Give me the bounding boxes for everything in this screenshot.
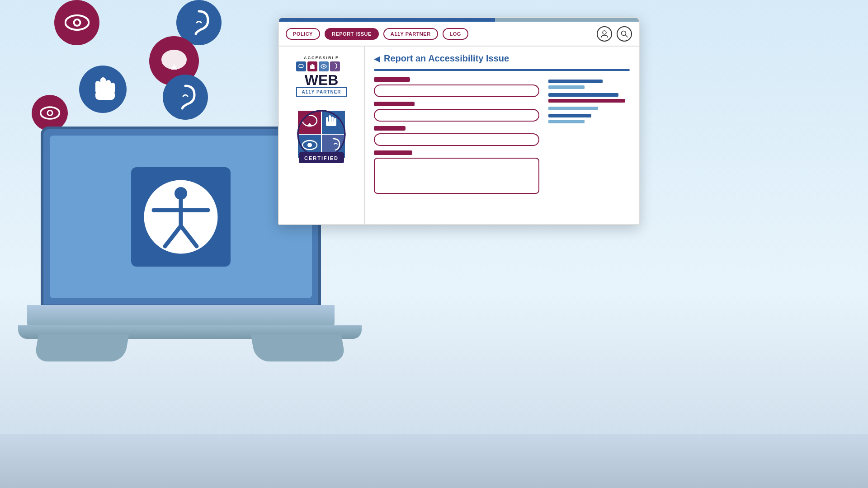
form-label-3 bbox=[374, 126, 406, 131]
laptop-base bbox=[27, 305, 335, 328]
laptop-foot-right bbox=[251, 334, 346, 361]
log-button[interactable]: LOG bbox=[443, 28, 468, 40]
form-label-4 bbox=[374, 150, 412, 155]
svg-point-46 bbox=[307, 143, 312, 147]
eye-icon-small bbox=[32, 95, 68, 131]
laptop-foot-left bbox=[34, 334, 129, 361]
bar-4 bbox=[548, 99, 625, 103]
nav-icons bbox=[597, 26, 632, 42]
browser-content: ACCESSIBLE bbox=[279, 47, 639, 224]
aw-icons-row bbox=[296, 61, 346, 71]
ear-icon-2 bbox=[163, 75, 208, 120]
main-form-content: ◀ Report an Accessibility Issue bbox=[365, 47, 639, 224]
svg-point-19 bbox=[603, 31, 606, 34]
svg-rect-9 bbox=[95, 91, 115, 100]
svg-point-29 bbox=[323, 66, 325, 67]
sidebar: ACCESSIBLE bbox=[279, 47, 365, 224]
policy-button[interactable]: POLICY bbox=[286, 28, 320, 40]
svg-point-2 bbox=[75, 20, 79, 25]
form-label-2 bbox=[374, 102, 415, 106]
browser-nav: POLICY REPORT ISSUE A11Y PARTNER LOG bbox=[279, 22, 639, 47]
svg-rect-5 bbox=[100, 77, 106, 93]
a11y-partner-button[interactable]: A11Y PARTNER bbox=[383, 28, 438, 40]
form-textarea[interactable] bbox=[374, 158, 539, 194]
aw-icon-eye bbox=[319, 61, 329, 71]
form-input-1[interactable] bbox=[374, 84, 539, 97]
svg-line-21 bbox=[626, 35, 628, 37]
back-button[interactable]: ◀ bbox=[374, 54, 380, 64]
web-title: WEB bbox=[296, 73, 346, 87]
bar-7 bbox=[548, 120, 585, 123]
bar-5 bbox=[548, 107, 598, 110]
user-icon[interactable] bbox=[597, 26, 612, 42]
eye-icon-top bbox=[54, 0, 99, 45]
laptop-accessibility-logo bbox=[131, 167, 231, 267]
svg-text:CERTIFIED: CERTIFIED bbox=[304, 155, 339, 161]
svg-point-12 bbox=[48, 111, 52, 115]
accessible-text: ACCESSIBLE bbox=[296, 56, 346, 60]
bar-1 bbox=[548, 80, 603, 83]
section-divider bbox=[374, 69, 630, 71]
aw-icon-ear bbox=[330, 61, 340, 71]
form-section bbox=[374, 77, 630, 194]
certified-badge: CERTIFIED bbox=[292, 108, 351, 167]
browser-top-bar bbox=[279, 18, 639, 22]
aw-icon-hand bbox=[307, 61, 317, 71]
svg-rect-27 bbox=[310, 67, 315, 69]
table-surface bbox=[0, 434, 868, 488]
bar-3 bbox=[548, 93, 618, 97]
page-title: Report an Accessibility Issue bbox=[384, 53, 509, 64]
form-label-1 bbox=[374, 77, 410, 82]
form-input-2[interactable] bbox=[374, 109, 539, 122]
bar-6 bbox=[548, 114, 591, 117]
page-title-row: ◀ Report an Accessibility Issue bbox=[374, 53, 630, 64]
svg-marker-23 bbox=[300, 67, 302, 68]
svg-rect-44 bbox=[326, 122, 336, 126]
bar-2 bbox=[548, 85, 585, 89]
hand-icon bbox=[79, 66, 127, 113]
report-issue-button[interactable]: REPORT ISSUE bbox=[325, 28, 379, 40]
search-icon[interactable] bbox=[617, 26, 632, 42]
browser-window: POLICY REPORT ISSUE A11Y PARTNER LOG bbox=[278, 17, 640, 225]
form-input-3[interactable] bbox=[374, 133, 539, 146]
right-bars-container bbox=[548, 77, 630, 123]
form-right-bars bbox=[548, 77, 630, 194]
laptop-screen-inner bbox=[50, 136, 312, 298]
svg-rect-24 bbox=[311, 64, 313, 67]
aw-icon-chat bbox=[296, 61, 306, 71]
a11y-partner-badge: A11Y PARTNER bbox=[296, 87, 346, 97]
accessible-web-logo: ACCESSIBLE bbox=[296, 56, 346, 97]
form-left bbox=[374, 77, 539, 194]
